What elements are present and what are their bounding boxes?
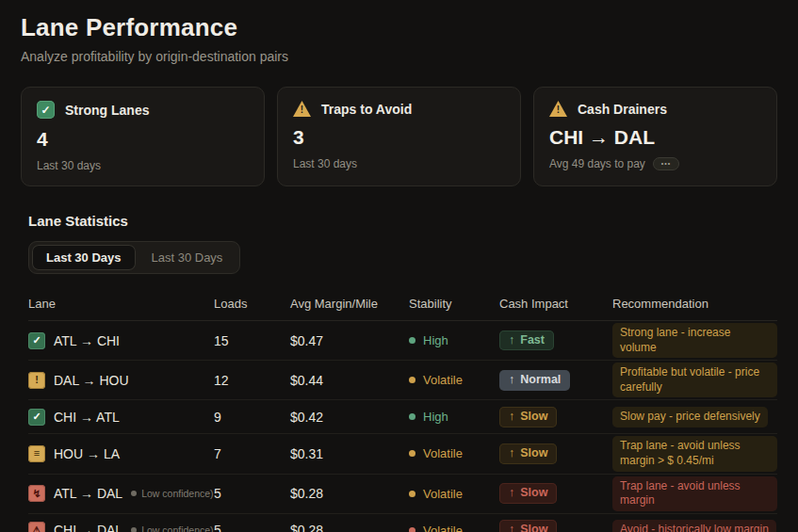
warning-icon: ! xyxy=(549,101,567,117)
stability-label: Volatile xyxy=(423,487,463,501)
recommendation-pill: Slow pay - price defensively xyxy=(612,407,768,427)
col-header-cash-impact: Cash Impact xyxy=(499,297,612,311)
warning-badge-icon: ≡ xyxy=(28,445,45,462)
cash-impact-label: Fast xyxy=(520,334,545,347)
margin-value: $0.44 xyxy=(290,373,409,388)
margin-value: $0.28 xyxy=(290,486,409,501)
lane-statistics-section: Lane Statistics Last 30 Days Last 30 Day… xyxy=(28,213,777,274)
recommendation-pill: Strong lane - increase volume xyxy=(612,323,777,358)
page-subtitle: Analyze profitability by origin-destinat… xyxy=(21,49,777,64)
check-badge-icon: ✓ xyxy=(28,332,45,349)
loads-value: 15 xyxy=(214,333,290,348)
card-caption-text: Avg 49 days to pay xyxy=(549,157,645,170)
cash-impact-cell: ↑ Fast xyxy=(499,330,612,351)
tab-last-30-days-active[interactable]: Last 30 Days xyxy=(32,245,136,270)
card-header: ! Traps to Avoid xyxy=(293,101,505,117)
loads-value: 5 xyxy=(214,486,290,501)
loads-value: 12 xyxy=(214,373,290,388)
recommendation-cell: Trap lane - avoid unless margin > $ 0.45… xyxy=(612,436,777,471)
recommendation-cell: Strong lane - increase volume xyxy=(612,323,777,358)
status-dot-icon xyxy=(409,450,415,457)
stability-cell: High xyxy=(409,410,499,424)
check-badge-icon: ✓ xyxy=(28,409,45,426)
lane-name: ATL → DAL xyxy=(54,486,122,501)
recommendation-pill: Profitable but volatile - price carefull… xyxy=(612,363,777,397)
card-caption: Last 30 days xyxy=(293,157,505,170)
recommendation-cell: Trap lane - avoid unless margin xyxy=(612,476,777,511)
cash-impact-badge: ↑ Slow xyxy=(499,520,557,532)
cash-impact-label: Slow xyxy=(520,487,547,500)
cash-impact-cell: ↑ Slow xyxy=(499,407,612,427)
loads-value: 5 xyxy=(214,523,290,532)
cash-impact-label: Slow xyxy=(520,447,547,460)
recommendation-pill: Trap lane - avoid unless margin > $ 0.45… xyxy=(612,436,777,471)
lane-cell: ⚠ CHI → DAL Low confidence) xyxy=(28,522,214,532)
cash-impact-badge: ↑ Normal xyxy=(499,370,570,391)
margin-value: $0.28 xyxy=(290,523,409,532)
recommendation-cell: Avoid - historically low margin xyxy=(612,520,777,532)
card-label: Strong Lanes xyxy=(65,103,149,118)
cash-impact-cell: ↑ Slow xyxy=(499,520,612,532)
alert-badge-icon: ↯ xyxy=(28,485,45,502)
card-traps-to-avoid: ! Traps to Avoid 3 Last 30 days xyxy=(277,87,521,186)
stability-label: Volatile xyxy=(423,446,463,460)
low-confidence-label: Low confidence) xyxy=(141,488,213,499)
stability-label: Volatile xyxy=(423,524,463,532)
lane-cell: ✓ ATL → CHI xyxy=(28,332,214,349)
cash-impact-cell: ↑ Slow xyxy=(499,443,612,464)
time-range-tabs: Last 30 Days Last 30 Days xyxy=(28,241,240,274)
lane-performance-page: Lane Performance Analyze profitability b… xyxy=(0,0,798,532)
lane-name: DAL → HOU xyxy=(54,373,129,388)
card-label: Traps to Avoid xyxy=(321,102,412,117)
up-arrow-icon: ↑ xyxy=(509,487,514,500)
lane-cell: ✓ CHI → ATL xyxy=(28,409,214,426)
lane-name: ATL → CHI xyxy=(54,333,120,348)
status-dot-icon xyxy=(409,413,415,420)
card-strong-lanes: ✓ Strong Lanes 4 Last 30 days xyxy=(21,87,265,186)
up-arrow-icon: ↑ xyxy=(509,334,514,347)
card-value: 3 xyxy=(293,126,505,149)
cash-impact-badge: ↑ Slow xyxy=(499,483,557,504)
stability-cell: Volatile xyxy=(409,524,499,532)
stability-cell: High xyxy=(409,333,499,347)
margin-value: $0.31 xyxy=(290,446,409,461)
cash-impact-badge: ↑ Slow xyxy=(499,443,557,464)
table-row: ! DAL → HOU 12 $0.44 Volatile ↑ Normal P… xyxy=(28,361,777,400)
cash-impact-label: Slow xyxy=(520,411,547,424)
card-value: 4 xyxy=(37,128,249,151)
tab-last-30-days[interactable]: Last 30 Days xyxy=(138,245,237,270)
stability-label: High xyxy=(423,333,448,347)
status-dot-icon xyxy=(409,377,415,383)
page-title: Lane Performance xyxy=(21,13,777,42)
ellipsis-menu-button[interactable]: ••• xyxy=(653,157,679,170)
lane-name: HOU → LA xyxy=(54,446,120,461)
lane-cell: ! DAL → HOU xyxy=(28,372,214,389)
table-row: ✓ ATL → CHI 15 $0.47 High ↑ Fast Strong … xyxy=(28,321,777,361)
margin-value: $0.47 xyxy=(290,333,409,348)
card-cash-drainers: ! Cash Drainers CHI → DAL Avg 49 days to… xyxy=(533,87,777,186)
cash-impact-label: Normal xyxy=(520,374,561,387)
lane-cell: ≡ HOU → LA xyxy=(28,445,214,462)
card-header: ! Cash Drainers xyxy=(549,101,761,117)
summary-cards: ✓ Strong Lanes 4 Last 30 days ! Traps to… xyxy=(21,87,777,186)
cash-impact-badge: ↑ Fast xyxy=(499,330,554,351)
stability-cell: Volatile xyxy=(409,446,499,460)
section-title: Lane Statistics xyxy=(28,213,777,229)
col-header-avg-margin: Avg Margin/Mile xyxy=(290,297,409,311)
stability-cell: Volatile xyxy=(409,373,499,387)
up-arrow-icon: ↑ xyxy=(509,374,514,387)
status-dot-icon xyxy=(409,337,415,344)
lane-cell: ↯ ATL → DAL Low confidence) xyxy=(28,485,214,502)
table-row: ≡ HOU → LA 7 $0.31 Volatile ↑ Slow Trap … xyxy=(28,434,777,474)
stability-label: High xyxy=(423,410,448,424)
cash-impact-cell: ↑ Normal xyxy=(499,370,612,391)
warning-icon: ! xyxy=(293,101,311,117)
up-arrow-icon: ↑ xyxy=(509,411,514,424)
lane-name: CHI → ATL xyxy=(54,410,120,425)
table-row: ✓ CHI → ATL 9 $0.42 High ↑ Slow Slow pay… xyxy=(28,400,777,434)
low-confidence-note: Low confidence) xyxy=(131,488,213,499)
low-confidence-label: Low confidence) xyxy=(141,524,213,532)
card-label: Cash Drainers xyxy=(578,102,667,117)
card-caption: Last 30 days xyxy=(37,159,249,172)
warning-triangle-badge-icon: ⚠ xyxy=(28,522,45,532)
